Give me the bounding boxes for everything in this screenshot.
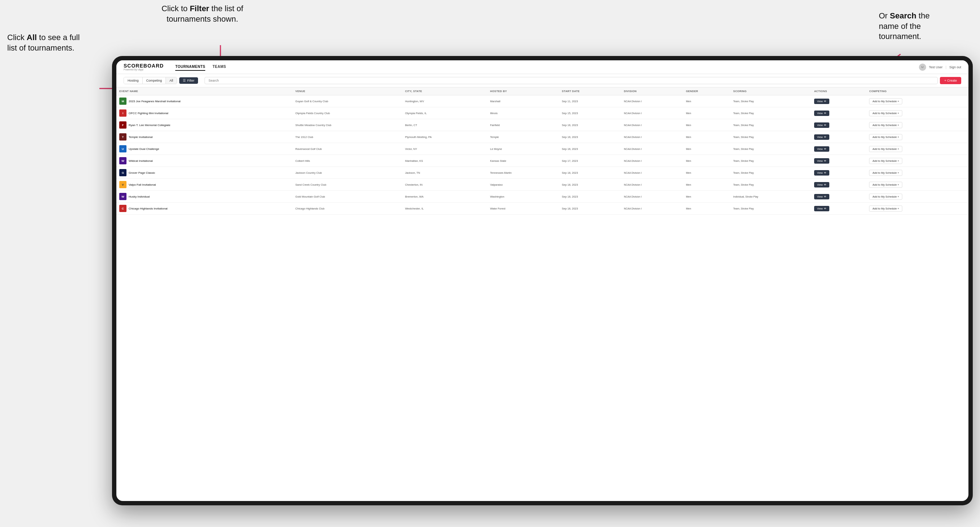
view-button-0[interactable]: View 👁 — [814, 98, 829, 104]
add-schedule-button-1[interactable]: Add to My Schedule + — [869, 110, 902, 116]
cell-actions-6: View 👁 — [811, 167, 867, 179]
cell-gender-6: Men — [683, 167, 730, 179]
add-schedule-button-8[interactable]: Add to My Schedule + — [869, 194, 902, 200]
logo-title: SCOREBOARD — [124, 63, 164, 68]
team-logo-1: I — [119, 110, 126, 117]
add-schedule-button-0[interactable]: Add to My Schedule + — [869, 98, 902, 105]
cell-gender-2: Men — [683, 119, 730, 131]
view-button-4[interactable]: View 👁 — [814, 146, 829, 152]
eye-icon-8: 👁 — [824, 195, 826, 198]
cell-competing-6: Add to My Schedule + — [866, 167, 969, 179]
add-schedule-button-7[interactable]: Add to My Schedule + — [869, 182, 902, 188]
view-button-6[interactable]: View 👁 — [814, 170, 829, 176]
cell-city-2: Berlin, CT — [402, 119, 487, 131]
tab-competing[interactable]: Competing — [143, 77, 166, 84]
add-schedule-button-2[interactable]: Add to My Schedule + — [869, 122, 902, 128]
cell-competing-0: Add to My Schedule + — [866, 95, 969, 107]
cell-competing-7: Add to My Schedule + — [866, 179, 969, 191]
view-button-8[interactable]: View 👁 — [814, 194, 829, 199]
cell-scoring-4: Team, Stroke Play — [730, 143, 811, 155]
col-venue: VENUE — [292, 87, 402, 95]
cell-city-1: Olympia Fields, IL — [402, 107, 487, 119]
cell-gender-1: Men — [683, 107, 730, 119]
eye-icon-6: 👁 — [824, 171, 826, 174]
nav-tab-teams[interactable]: TEAMS — [213, 63, 226, 71]
cell-actions-3: View 👁 — [811, 131, 867, 143]
view-button-1[interactable]: View 👁 — [814, 111, 829, 116]
cell-hosted-0: Marshall — [487, 95, 559, 107]
add-schedule-button-4[interactable]: Add to My Schedule + — [869, 146, 902, 152]
search-input[interactable] — [205, 77, 938, 84]
cell-event-name-5: W Wildcat Invitational — [116, 155, 292, 167]
add-schedule-button-3[interactable]: Add to My Schedule + — [869, 134, 902, 140]
cell-hosted-7: Valparaiso — [487, 179, 559, 191]
cell-city-5: Manhattan, KS — [402, 155, 487, 167]
cell-city-0: Huntington, WV — [402, 95, 487, 107]
view-button-2[interactable]: View 👁 — [814, 122, 829, 128]
cell-event-name-6: G Grover Page Classic — [116, 167, 292, 179]
cell-hosted-9: Wake Forest — [487, 203, 559, 214]
cell-date-8: Sep 18, 2023 — [559, 191, 621, 203]
col-actions: ACTIONS — [811, 87, 867, 95]
cell-hosted-4: Le Moyne — [487, 143, 559, 155]
toolbar: Hosting Competing All ☰ Filter + Create — [116, 74, 969, 87]
view-button-5[interactable]: View 👁 — [814, 158, 829, 163]
cell-date-3: Sep 16, 2023 — [559, 131, 621, 143]
add-schedule-button-6[interactable]: Add to My Schedule + — [869, 170, 902, 176]
cell-competing-4: Add to My Schedule + — [866, 143, 969, 155]
add-schedule-button-5[interactable]: Add to My Schedule + — [869, 158, 902, 164]
table-row: G Grover Page Classic Jackson Country Cl… — [116, 167, 969, 179]
cell-gender-9: Men — [683, 203, 730, 214]
col-hosted-by: HOSTED BY — [487, 87, 559, 95]
filter-button[interactable]: ☰ Filter — [179, 77, 198, 84]
cell-event-name-4: U Upstate Dual Challenge — [116, 143, 292, 155]
view-button-7[interactable]: View 👁 — [814, 182, 829, 187]
cell-division-3: NCAA Division I — [621, 131, 683, 143]
sign-out-link[interactable]: Sign out — [949, 65, 961, 69]
event-name-4: Upstate Dual Challenge — [129, 148, 159, 151]
view-button-9[interactable]: View 👁 — [814, 206, 829, 211]
create-button[interactable]: + Create — [940, 77, 961, 84]
cell-venue-8: Gold Mountain Golf Club — [292, 191, 402, 203]
add-schedule-button-9[interactable]: Add to My Schedule + — [869, 206, 902, 212]
cell-city-4: Victor, NY — [402, 143, 487, 155]
user-avatar: U — [919, 63, 926, 71]
cell-venue-0: Guyan Golf & Country Club — [292, 95, 402, 107]
col-scoring: SCORING — [730, 87, 811, 95]
eye-icon-3: 👁 — [824, 136, 826, 138]
team-logo-5: W — [119, 157, 126, 164]
tab-all[interactable]: All — [166, 77, 177, 84]
eye-icon-5: 👁 — [824, 160, 826, 162]
cell-venue-2: Shuttle Meadow Country Club — [292, 119, 402, 131]
cell-hosted-8: Washington — [487, 191, 559, 203]
cell-event-name-8: W Husky Individual — [116, 191, 292, 203]
tab-hosting[interactable]: Hosting — [124, 77, 143, 84]
team-logo-8: W — [119, 193, 126, 200]
nav-tab-tournaments[interactable]: TOURNAMENTS — [175, 63, 205, 71]
cell-division-5: NCAA Division I — [621, 155, 683, 167]
eye-icon-2: 👁 — [824, 124, 826, 126]
event-name-9: Chicago Highlands Invitational — [129, 207, 168, 210]
col-city-state: CITY, STATE — [402, 87, 487, 95]
cell-venue-7: Sand Creek Country Club — [292, 179, 402, 191]
cell-gender-8: Men — [683, 191, 730, 203]
cell-competing-1: Add to My Schedule + — [866, 107, 969, 119]
cell-venue-1: Olympia Fields Country Club — [292, 107, 402, 119]
col-competing: COMPETING — [866, 87, 969, 95]
main-nav: TOURNAMENTS TEAMS — [175, 63, 226, 71]
logo-area: SCOREBOARD Powered by clippi — [124, 63, 164, 71]
cell-city-9: Westchester, IL — [402, 203, 487, 214]
cell-gender-5: Men — [683, 155, 730, 167]
cell-scoring-7: Team, Stroke Play — [730, 179, 811, 191]
table-container: EVENT NAME VENUE CITY, STATE HOSTED BY S… — [116, 87, 969, 501]
cell-venue-4: Ravenwood Golf Club — [292, 143, 402, 155]
table-header-row: EVENT NAME VENUE CITY, STATE HOSTED BY S… — [116, 87, 969, 95]
cell-date-4: Sep 16, 2023 — [559, 143, 621, 155]
table-row: T Temple Invitational The 1912 Club Plym… — [116, 131, 969, 143]
cell-scoring-9: Team, Stroke Play — [730, 203, 811, 214]
cell-scoring-2: Team, Stroke Play — [730, 119, 811, 131]
event-name-5: Wildcat Invitational — [129, 159, 153, 162]
team-logo-4: U — [119, 145, 126, 152]
cell-division-9: NCAA Division I — [621, 203, 683, 214]
view-button-3[interactable]: View 👁 — [814, 134, 829, 140]
